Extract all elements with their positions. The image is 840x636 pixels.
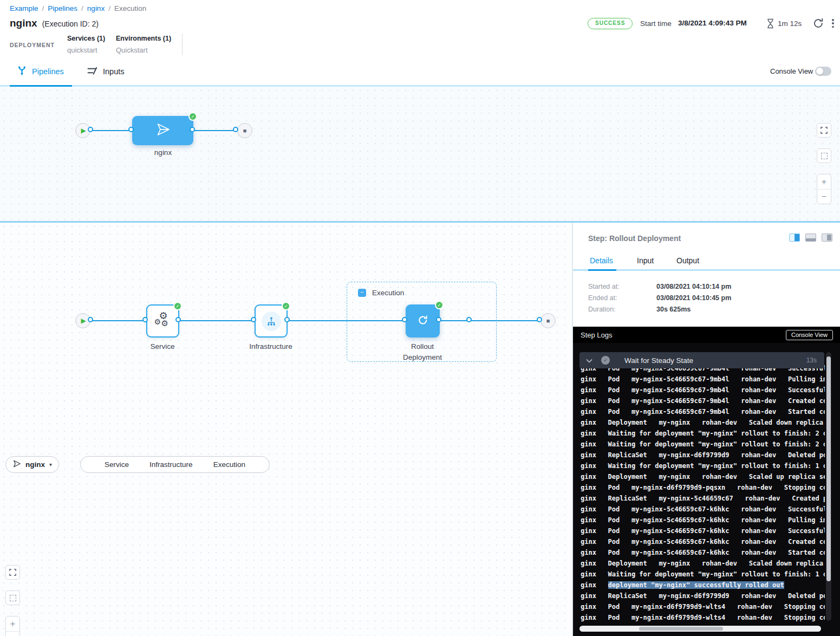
log-output[interactable]: ginx Pod my-nginx-5c46659c67-9mb4l rohan…	[581, 363, 825, 623]
pill-execution[interactable]: Execution	[213, 460, 245, 469]
breadcrumb-separator: /	[81, 4, 83, 12]
breadcrumb-pipelines[interactable]: Pipelines	[48, 4, 77, 12]
layout-dock-bottom-icon[interactable]	[805, 233, 816, 242]
console-view-label: Console View	[770, 67, 813, 75]
tab-input[interactable]: Input	[637, 256, 654, 265]
stage-selector-dropdown[interactable]: nginx ▾	[5, 456, 59, 473]
layout-split-right-icon[interactable]	[789, 233, 800, 242]
layout-dock-right-icon[interactable]	[822, 233, 832, 242]
zoom-out-button[interactable]: −	[817, 189, 831, 204]
horizontal-scrollbar[interactable]	[579, 626, 821, 632]
fullscreen-button[interactable]	[817, 123, 831, 138]
step-node-rollout-deployment[interactable]: ✓	[406, 304, 440, 338]
step-node-service[interactable]: ⚙⚙⚙ ✓	[146, 304, 179, 338]
success-check-icon: ✓	[282, 302, 290, 310]
vertical-scrollbar[interactable]	[826, 352, 831, 621]
pipeline-canvas[interactable]: ▶ ✓ ■ nginx + −	[0, 87, 840, 221]
edge-connector	[233, 127, 238, 132]
breadcrumb-separator: /	[42, 4, 44, 12]
breadcrumb-current: Execution	[114, 4, 146, 12]
step-node-infrastructure[interactable]: ✓	[255, 304, 288, 338]
edge-connector	[251, 317, 256, 322]
step-label-infrastructure: Infrastructure	[233, 342, 309, 351]
panel-layout-switcher	[789, 233, 832, 242]
step-panel-tabs: Details Input Output	[573, 256, 840, 271]
zoom-controls: + −	[5, 616, 20, 636]
tab-inputs[interactable]: Inputs	[87, 66, 125, 77]
edge-connector	[436, 317, 441, 322]
log-line: ginx Pod my-nginx-5c46659c67-9mb4l rohan…	[581, 406, 825, 417]
edge-connector	[190, 127, 195, 132]
rollout-refresh-icon	[417, 314, 429, 328]
stage-end-node[interactable]: ■	[541, 313, 556, 328]
stage-node-nginx[interactable]: ✓	[132, 116, 193, 145]
zoom-controls: + −	[817, 174, 831, 204]
console-view-button[interactable]: Console View	[786, 330, 833, 340]
log-line: ginx Pod my-nginx-5c46659c67-k6hkc rohan…	[581, 536, 825, 547]
pill-service[interactable]: Service	[105, 460, 129, 469]
log-line: ginx Pod my-nginx-d6f9799d9-wlts4 rohan-…	[581, 601, 825, 612]
services-label: Services (1)	[67, 35, 105, 42]
chevron-down-icon	[586, 355, 592, 365]
started-at-value: 03/08/2021 04:10:14 pm	[656, 283, 731, 290]
selection-button[interactable]	[817, 148, 831, 163]
edge	[90, 320, 146, 321]
breadcrumb-separator: /	[108, 4, 110, 12]
step-logs-title: Step Logs	[581, 331, 613, 339]
collapse-group-icon[interactable]: −	[358, 289, 366, 297]
deployment-type-label: DEPLOYMENT	[10, 42, 55, 48]
step-logs-header: Step Logs Console View	[573, 327, 840, 343]
stage-canvas[interactable]: nginx ▾ Service Infrastructure Execution…	[0, 223, 572, 636]
log-line: ginx ReplicaSet my-nginx-d6f9799d9 rohan…	[581, 590, 825, 601]
inputs-icon	[87, 66, 97, 77]
selection-button[interactable]	[5, 590, 20, 605]
log-group-header[interactable]: ✓ Wait for Steady State 13s	[579, 352, 824, 368]
divider	[182, 34, 183, 55]
marquee-icon	[821, 153, 828, 159]
tab-details[interactable]: Details	[590, 256, 613, 265]
tab-output[interactable]: Output	[676, 256, 699, 265]
pipeline-end-node[interactable]: ■	[237, 123, 252, 138]
infrastructure-icon	[262, 311, 281, 331]
edge	[193, 130, 239, 131]
fullscreen-button[interactable]	[5, 565, 20, 580]
pill-infrastructure[interactable]: Infrastructure	[149, 460, 193, 469]
stage-label: nginx	[125, 148, 201, 157]
scrollbar-thumb[interactable]	[639, 627, 723, 631]
step-label-service: Service	[125, 342, 200, 351]
elapsed-time: 1m 12s	[778, 20, 802, 28]
breadcrumb-example[interactable]: Example	[10, 4, 38, 12]
log-group-duration: 13s	[806, 356, 817, 364]
edge-connector	[142, 317, 148, 322]
play-icon: ▶	[81, 127, 86, 134]
breadcrumb: Example / Pipelines / nginx / Execution	[10, 4, 146, 12]
edge	[90, 130, 132, 131]
tab-inputs-label: Inputs	[103, 67, 125, 76]
start-time-label: Start time	[640, 20, 672, 28]
ended-at-value: 03/08/2021 04:10:45 pm	[656, 294, 731, 302]
status-badge: SUCCESS	[588, 18, 633, 29]
log-line: ginx Waiting for deployment "my-nginx" r…	[581, 439, 825, 450]
stage-selector-label: nginx	[25, 460, 45, 469]
scrollbar-thumb[interactable]	[826, 356, 831, 581]
zoom-in-button[interactable]: +	[817, 174, 831, 189]
log-line: ginx Pod my-nginx-5c46659c67-9mb4l rohan…	[581, 395, 825, 406]
execution-page: Example / Pipelines / nginx / Execution …	[0, 0, 840, 636]
edge-connector	[88, 127, 93, 132]
log-line: ginx Pod my-nginx-5c46659c67-9mb4l rohan…	[581, 374, 825, 385]
log-line: ginx Pod my-nginx-5c46659c67-k6hkc rohan…	[581, 547, 825, 558]
gears-icon: ⚙⚙⚙	[154, 313, 172, 330]
more-options-icon[interactable]	[829, 18, 837, 28]
detail-row-duration: Duration: 30s 625ms	[588, 306, 616, 313]
zoom-out-button[interactable]: −	[6, 631, 19, 636]
zoom-in-button[interactable]: +	[6, 616, 19, 631]
tab-pipelines[interactable]: Pipelines	[17, 66, 64, 77]
edge-connector	[466, 317, 472, 322]
log-line: ginx Deployment my-nginx rohan-dev Scale…	[581, 471, 825, 482]
log-line: ginx Deployment my-nginx rohan-dev Scale…	[581, 558, 825, 569]
step-logs-panel: Step Logs Console View ✓ Wait for Steady…	[573, 327, 840, 636]
console-view-toggle[interactable]	[815, 67, 831, 76]
breadcrumb-nginx[interactable]: nginx	[87, 4, 105, 12]
log-line: ginx Waiting for deployment "my-nginx" r…	[581, 569, 825, 580]
rerun-icon[interactable]	[812, 17, 824, 29]
